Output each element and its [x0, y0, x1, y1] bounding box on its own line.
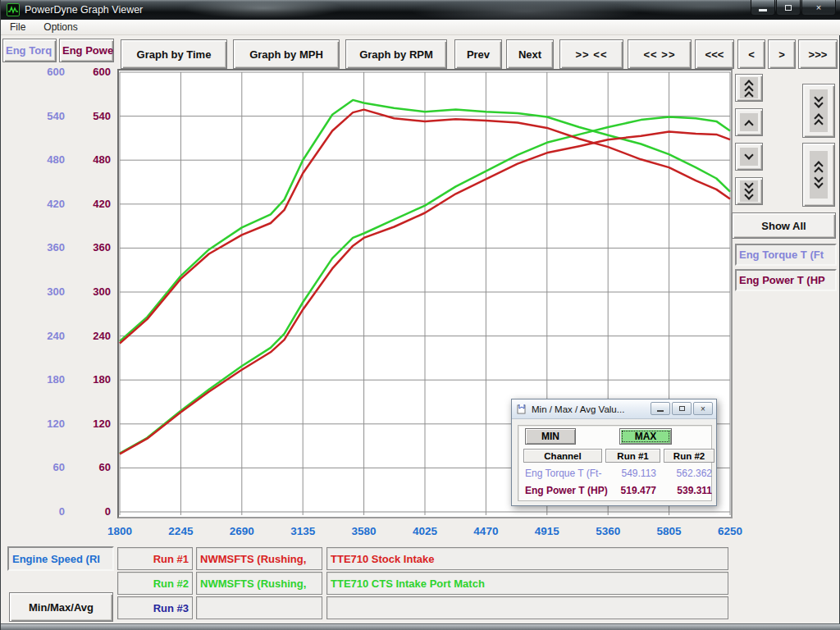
torque-y-tick-label: 360 — [24, 241, 65, 254]
scroll-right-button[interactable]: > — [768, 39, 796, 69]
power-y-tick-label: 60 — [70, 461, 111, 474]
scroll-far-left-button[interactable]: <<< — [695, 39, 734, 69]
rpm-x-tick-label: 6250 — [704, 525, 756, 538]
rpm-x-tick-label: 4025 — [399, 525, 451, 538]
torque-row-channel: Eng Torque T (Ft- — [525, 468, 614, 480]
column-header-run2[interactable]: Run #2 — [664, 449, 714, 463]
run3-label-box[interactable]: Run #3 — [117, 596, 193, 619]
minimize-icon — [759, 9, 767, 11]
y-scroll-down-button[interactable] — [735, 143, 763, 171]
rpm-x-tick-label: 5805 — [643, 525, 696, 538]
minmax-dialog[interactable]: Min / Max / Avg Valu... × MIN MAX Channe… — [511, 399, 717, 506]
run3-operator-box[interactable] — [196, 596, 322, 619]
torque-y-tick-label: 480 — [24, 153, 65, 167]
y-scroll-up-button[interactable] — [735, 108, 763, 136]
power-row-channel: Eng Power T (HP) — [525, 485, 614, 497]
prev-button[interactable]: Prev — [454, 39, 502, 69]
chevron-converge-icon — [810, 89, 828, 132]
run3-description-box[interactable] — [326, 596, 728, 619]
max-toggle-button[interactable]: MAX — [619, 428, 672, 445]
power-y-tick-label: 180 — [70, 373, 111, 386]
torque-y-tick-label: 180 — [24, 373, 65, 386]
power-y-tick-label: 540 — [70, 110, 111, 123]
scroll-far-right-button[interactable]: >>> — [798, 39, 838, 69]
run1-label-box[interactable]: Run #1 — [117, 547, 193, 570]
graph-by-mph-button[interactable]: Graph by MPH — [233, 39, 340, 69]
triple-chevron-down-icon — [740, 180, 758, 202]
graph-by-rpm-button[interactable]: Graph by RPM — [345, 39, 447, 69]
rpm-x-tick-label: 2245 — [154, 525, 207, 538]
menu-file[interactable]: File — [1, 20, 34, 34]
power-y-tick-label: 360 — [70, 241, 111, 254]
power-y-tick-label: 240 — [70, 330, 111, 343]
min-toggle-button[interactable]: MIN — [525, 428, 576, 445]
minimize-icon — [657, 410, 664, 412]
window-title: PowerDyne Graph Viewer — [25, 4, 143, 16]
chevron-diverge-icon — [810, 151, 828, 199]
zoom-x-out-button[interactable]: << >> — [628, 39, 692, 69]
triple-chevron-up-icon — [740, 77, 758, 98]
zoom-x-in-button[interactable]: >> << — [559, 39, 623, 69]
close-button[interactable]: × — [801, 0, 836, 16]
channel-button-eng-power[interactable]: Eng Power — [59, 39, 114, 62]
app-icon — [7, 3, 20, 16]
chevron-up-icon — [740, 113, 758, 131]
chevron-down-icon — [740, 148, 758, 166]
x-axis-channel-box[interactable]: Engine Speed (RI — [7, 546, 114, 571]
y-zoom-out-button[interactable] — [802, 143, 835, 207]
column-header-run1[interactable]: Run #1 — [605, 449, 660, 463]
column-header-channel[interactable]: Channel — [523, 449, 602, 463]
power-y-tick-label: 0 — [70, 505, 111, 518]
dialog-minimize-button[interactable] — [651, 402, 670, 415]
power-max-run1: 519.477 — [609, 485, 656, 497]
close-icon: × — [701, 404, 705, 413]
restore-icon — [679, 406, 685, 411]
run2-operator-box[interactable]: NWMSFTS (Rushing, — [196, 572, 322, 595]
y-zoom-in-button[interactable] — [802, 84, 835, 138]
torque-y-tick-label: 420 — [24, 198, 65, 211]
power-y-tick-label: 420 — [70, 198, 111, 211]
title-bar: PowerDyne Graph Viewer × — [1, 0, 840, 20]
torque-y-tick-label: 600 — [24, 66, 65, 79]
minimize-button[interactable] — [751, 0, 775, 16]
window-bottom-border — [1, 623, 840, 630]
rpm-x-tick-label: 3135 — [276, 525, 329, 538]
minmaxavg-button[interactable]: Min/Max/Avg — [9, 592, 113, 622]
close-icon: × — [816, 2, 821, 12]
power-max-run2: 539.311 — [666, 485, 712, 497]
menu-bar: File Options — [1, 20, 840, 35]
graph-by-time-button[interactable]: Graph by Time — [121, 39, 227, 69]
torque-y-tick-label: 540 — [24, 110, 65, 123]
power-channel-label[interactable]: Eng Power T (HP — [735, 269, 837, 291]
power-y-tick-label: 120 — [70, 418, 111, 431]
next-button[interactable]: Next — [506, 39, 554, 69]
torque-channel-label[interactable]: Eng Torque T (Ft — [735, 244, 837, 266]
power-y-tick-label: 480 — [70, 153, 111, 167]
run2-label-box[interactable]: Run #2 — [117, 572, 193, 595]
power-y-tick-label: 300 — [70, 285, 111, 299]
rpm-x-tick-label: 1800 — [94, 525, 146, 538]
rpm-x-tick-label: 3580 — [338, 525, 390, 538]
dialog-close-button[interactable]: × — [693, 402, 713, 415]
run1-operator-box[interactable]: NWMSFTS (Rushing, — [196, 547, 322, 570]
run1-description-box[interactable]: TTE710 Stock Intake — [326, 547, 728, 570]
channel-button-eng-torque[interactable]: Eng Torq — [2, 39, 57, 62]
dialog-restore-button[interactable] — [672, 402, 692, 415]
rpm-x-tick-label: 2690 — [216, 525, 268, 538]
torque-max-run2: 562.362 — [666, 468, 712, 480]
scroll-left-button[interactable]: < — [737, 39, 765, 69]
y-scroll-up-fast-button[interactable] — [735, 74, 763, 102]
y-scroll-down-fast-button[interactable] — [735, 177, 763, 205]
show-all-button[interactable]: Show All — [732, 212, 836, 239]
run2-description-box[interactable]: TTE710 CTS Intake Port Match — [326, 572, 728, 595]
rpm-x-tick-label: 5360 — [582, 525, 634, 538]
torque-y-tick-label: 240 — [24, 330, 65, 343]
power-y-tick-label: 600 — [70, 66, 111, 79]
restore-button[interactable] — [776, 0, 801, 16]
minmax-dialog-title-bar[interactable]: Min / Max / Avg Valu... × — [512, 399, 716, 419]
torque-y-tick-label: 120 — [24, 418, 65, 431]
menu-options[interactable]: Options — [34, 20, 86, 34]
minmax-dialog-title: Min / Max / Avg Valu... — [532, 404, 624, 414]
torque-max-run1: 549.113 — [609, 468, 656, 480]
torque-y-tick-label: 0 — [24, 505, 65, 518]
